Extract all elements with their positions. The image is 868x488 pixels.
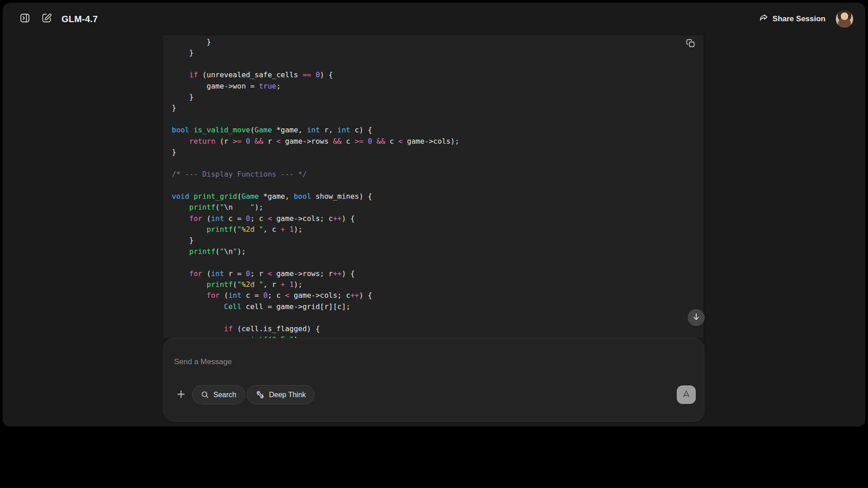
send-button[interactable] bbox=[677, 385, 696, 404]
top-bar: GLM-4.7 Share Session bbox=[3, 3, 865, 35]
copy-icon bbox=[686, 38, 695, 50]
code-content: } } if (unrevealed_safe_cells == 0) { ga… bbox=[163, 35, 703, 338]
code-block: } } if (unrevealed_safe_cells == 0) { ga… bbox=[163, 35, 703, 338]
share-session-button[interactable]: Share Session bbox=[759, 13, 826, 25]
search-icon bbox=[201, 390, 209, 399]
new-chat-button[interactable] bbox=[39, 11, 54, 27]
share-icon bbox=[759, 13, 769, 25]
scroll-to-bottom-button[interactable] bbox=[688, 309, 705, 326]
deep-think-icon bbox=[255, 390, 265, 399]
app-window: GLM-4.7 Share Session } } if (unrevealed… bbox=[3, 3, 865, 427]
composer-toolbar: Search Deep Think bbox=[164, 385, 704, 405]
search-label: Search bbox=[213, 391, 236, 399]
new-chat-icon bbox=[41, 13, 52, 25]
sidebar-toggle-button[interactable] bbox=[17, 11, 33, 27]
search-toggle-button[interactable]: Search bbox=[192, 385, 245, 404]
avatar[interactable] bbox=[835, 10, 854, 28]
panel-toggle-icon bbox=[19, 13, 30, 25]
send-arrow-icon bbox=[681, 389, 691, 400]
plus-icon bbox=[176, 389, 186, 401]
model-title: GLM-4.7 bbox=[61, 14, 98, 24]
arrow-down-icon bbox=[692, 312, 701, 323]
message-input[interactable]: Send a Message bbox=[174, 357, 232, 366]
deep-think-label: Deep Think bbox=[269, 391, 306, 399]
share-session-label: Share Session bbox=[773, 14, 826, 23]
deep-think-toggle-button[interactable]: Deep Think bbox=[247, 385, 315, 404]
copy-code-button[interactable] bbox=[683, 37, 698, 51]
message-composer[interactable]: Send a Message Search bbox=[163, 338, 704, 422]
attach-button[interactable] bbox=[172, 386, 190, 404]
